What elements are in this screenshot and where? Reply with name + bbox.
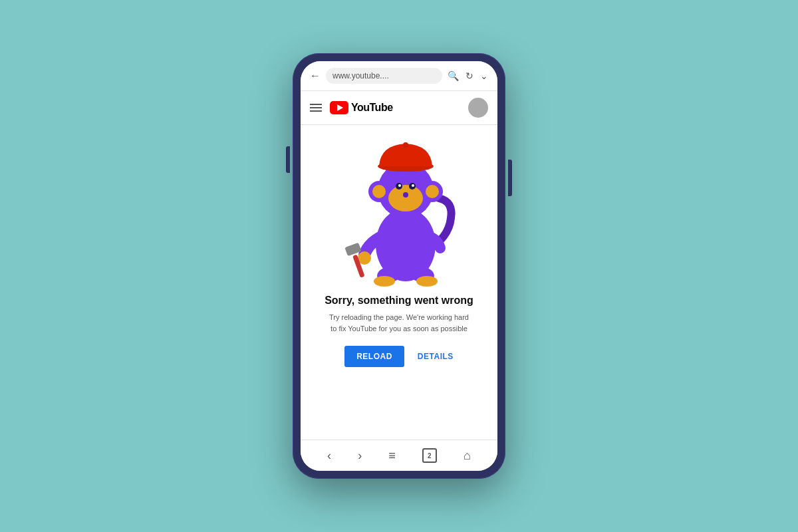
youtube-header: YouTube xyxy=(301,91,497,125)
tabs-count: 2 xyxy=(428,452,432,460)
nav-menu-button[interactable]: ≡ xyxy=(388,449,396,463)
download-icon[interactable]: ⌄ xyxy=(480,70,488,81)
error-content: Sorry, something went wrong Try reloadin… xyxy=(301,125,497,440)
yt-header-left: YouTube xyxy=(310,101,393,114)
monkey-illustration xyxy=(332,132,466,291)
svg-point-21 xyxy=(403,142,408,148)
youtube-play-icon xyxy=(330,101,348,114)
svg-point-4 xyxy=(416,276,438,287)
browser-bar: ← www.youtube.... 🔍 ↻ ⌄ xyxy=(301,61,497,91)
error-title: Sorry, something went wrong xyxy=(325,295,473,307)
nav-home-button[interactable]: ⌂ xyxy=(464,449,471,463)
search-icon[interactable]: 🔍 xyxy=(448,70,459,81)
error-description: Try reloading the page. We're working ha… xyxy=(326,312,472,334)
reload-button[interactable]: RELOAD xyxy=(344,346,404,367)
refresh-icon[interactable]: ↻ xyxy=(466,70,473,81)
youtube-logo[interactable]: YouTube xyxy=(330,101,393,114)
user-avatar[interactable] xyxy=(468,98,488,118)
svg-point-19 xyxy=(403,192,408,198)
svg-point-11 xyxy=(372,185,386,198)
nav-back-button[interactable]: ‹ xyxy=(327,449,331,463)
hamburger-line xyxy=(310,104,322,105)
svg-point-2 xyxy=(374,276,395,287)
nav-tabs-button[interactable]: 2 xyxy=(422,448,437,463)
details-button[interactable]: DETAILS xyxy=(418,352,454,361)
phone-screen: ← www.youtube.... 🔍 ↻ ⌄ xyxy=(301,61,497,471)
youtube-logo-text: YouTube xyxy=(351,102,393,114)
hamburger-line xyxy=(310,107,322,108)
hamburger-menu-button[interactable] xyxy=(310,104,322,112)
svg-point-17 xyxy=(398,184,401,187)
svg-point-14 xyxy=(388,185,423,211)
bottom-navigation: ‹ › ≡ 2 ⌂ xyxy=(301,440,497,471)
play-triangle xyxy=(337,104,343,111)
svg-point-18 xyxy=(412,184,414,187)
phone-frame: ← www.youtube.... 🔍 ↻ ⌄ xyxy=(293,53,505,479)
browser-back-button[interactable]: ← xyxy=(310,70,321,82)
svg-point-13 xyxy=(426,185,439,198)
monkey-svg xyxy=(332,132,466,291)
hamburger-line xyxy=(310,110,322,112)
action-buttons: RELOAD DETAILS xyxy=(344,346,454,367)
nav-forward-button[interactable]: › xyxy=(358,449,362,463)
url-text: www.youtube.... xyxy=(332,71,389,80)
url-bar[interactable]: www.youtube.... xyxy=(326,68,442,84)
browser-icons: 🔍 ↻ ⌄ xyxy=(448,70,488,81)
